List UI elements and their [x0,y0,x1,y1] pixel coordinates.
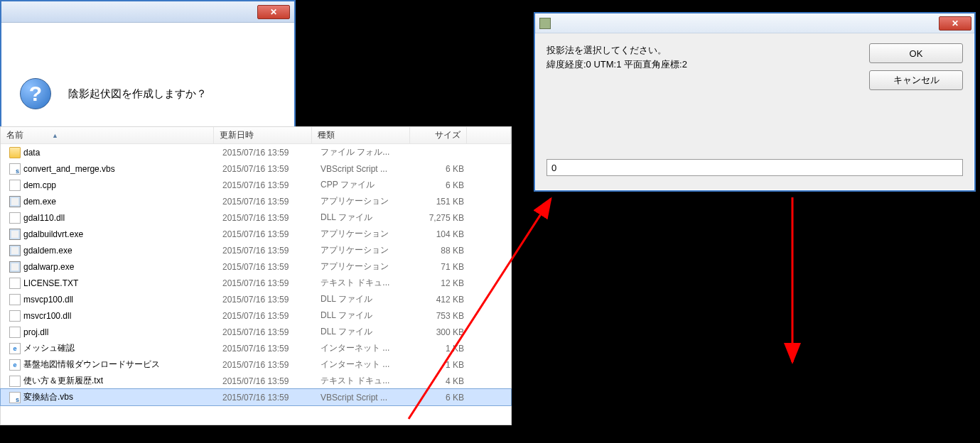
file-type-cell: DLL ファイル [315,212,413,224]
column-header-name[interactable]: 名前 ▲ [1,127,214,143]
file-size-cell: 88 KB [413,246,470,256]
file-name-label: メッシュ確認 [23,342,75,354]
file-name-label: gdalwarp.exe [23,262,74,272]
file-type-cell: インターネット ... [315,342,413,354]
file-row[interactable]: msvcr100.dll2015/07/16 13:59DLL ファイル753 … [1,307,511,324]
file-type-cell: DLL ファイル [315,293,413,305]
file-name-cell: gdaldem.exe [4,245,217,256]
file-date-cell: 2015/07/16 13:59 [217,262,315,272]
file-size-cell: 71 KB [413,262,470,272]
file-size-cell: 1 KB [413,344,470,354]
file-date-cell: 2015/07/16 13:59 [217,344,315,354]
file-row[interactable]: LICENSE.TXT2015/07/16 13:59テキスト ドキュ...12… [1,275,511,291]
vbs-icon [9,392,21,403]
file-row[interactable]: gdalwarp.exe2015/07/16 13:59アプリケーション71 K… [1,258,511,275]
file-name-label: 使い方＆更新履歴.txt [23,375,103,387]
file-row[interactable]: 使い方＆更新履歴.txt2015/07/16 13:59テキスト ドキュ...4… [1,373,511,389]
file-type-cell: アプリケーション [315,228,413,240]
file-type-cell: DLL ファイル [315,326,413,338]
file-name-cell: msvcr100.dll [4,310,217,322]
file-name-label: convert_and_merge.vbs [23,164,115,174]
file-name-label: data [23,148,40,158]
file-type-cell: テキスト ドキュ... [315,375,413,387]
exe-icon [9,261,21,273]
file-name-cell: 基盤地図情報ダウンロードサービス [4,359,217,371]
exe-icon [9,196,21,207]
file-size-cell: 7,275 KB [413,213,470,223]
question-icon: ? [20,78,51,109]
file-name-cell: msvcp100.dll [4,294,217,305]
dialog1-titlebar[interactable]: ✕ [535,13,974,33]
file-row[interactable]: dem.cpp2015/07/16 13:59CPP ファイル6 KB [1,177,511,193]
file-date-cell: 2015/07/16 13:59 [217,246,315,256]
folder-icon [9,147,21,158]
file-name-label: 基盤地図情報ダウンロードサービス [23,359,160,371]
sort-indicator-icon: ▲ [52,132,58,139]
file-size-cell: 753 KB [413,311,470,321]
file-row[interactable]: dem.exe2015/07/16 13:59アプリケーション151 KB [1,193,511,209]
file-rows-container: data2015/07/16 13:59ファイル フォル...convert_a… [1,144,511,405]
ok-button[interactable]: OK [869,43,963,63]
dialog1-close-button[interactable]: ✕ [939,16,971,31]
vbs-icon [9,163,21,175]
file-name-label: LICENSE.TXT [23,278,78,288]
file-name-cell: data [4,147,217,158]
column-header-type[interactable]: 種類 [312,127,410,143]
file-list-panel: 名前 ▲ 更新日時 種類 サイズ data2015/07/16 13:59ファイ… [0,126,512,425]
file-date-cell: 2015/07/16 13:59 [217,148,315,158]
file-name-cell: dem.cpp [4,180,217,191]
file-name-cell: gdal110.dll [4,212,217,224]
file-row[interactable]: proj.dll2015/07/16 13:59DLL ファイル300 KB [1,324,511,340]
column-header-date-label: 更新日時 [220,129,254,141]
file-size-cell: 6 KB [413,164,470,174]
close-icon: ✕ [952,18,959,28]
file-row[interactable]: 基盤地図情報ダウンロードサービス2015/07/16 13:59インターネット … [1,356,511,373]
file-row[interactable]: convert_and_merge.vbs2015/07/16 13:59VBS… [1,160,511,177]
file-date-cell: 2015/07/16 13:59 [217,360,315,370]
file-name-label: proj.dll [23,327,48,337]
projection-input-dialog: ✕ 投影法を選択してください。 緯度経度:0 UTM:1 平面直角座標:2 OK… [534,12,976,192]
file-name-cell: convert_and_merge.vbs [4,163,217,175]
file-row[interactable]: gdaldem.exe2015/07/16 13:59アプリケーション88 KB [1,242,511,258]
column-header-date[interactable]: 更新日時 [214,127,312,143]
file-name-cell: LICENSE.TXT [4,278,217,289]
projection-input[interactable] [546,159,963,176]
file-name-cell: gdalwarp.exe [4,261,217,273]
dll-icon [9,212,21,224]
file-row[interactable]: msvcp100.dll2015/07/16 13:59DLL ファイル412 … [1,291,511,307]
html-icon [9,343,21,354]
file-row[interactable]: 変換結合.vbs2015/07/16 13:59VBScript Script … [1,389,511,405]
file-row[interactable]: メッシュ確認2015/07/16 13:59インターネット ...1 KB [1,340,511,356]
file-name-cell: dem.exe [4,196,217,207]
file-date-cell: 2015/07/16 13:59 [217,278,315,288]
file-name-cell: 変換結合.vbs [4,391,217,403]
dialog2-body: ? 陰影起伏図を作成しますか？ [1,23,294,143]
txt-icon [9,376,21,387]
dialog2-titlebar[interactable]: ✕ [1,1,294,23]
file-name-cell: 使い方＆更新履歴.txt [4,375,217,387]
exe-icon [9,229,21,240]
column-header-size[interactable]: サイズ [410,127,467,143]
html-icon [9,359,21,371]
cancel-button[interactable]: キャンセル [869,70,963,90]
file-row[interactable]: gdalbuildvrt.exe2015/07/16 13:59アプリケーション… [1,226,511,242]
dll-icon [9,294,21,305]
file-size-cell: 300 KB [413,327,470,337]
txt-icon [9,278,21,289]
dialog1-body: 投影法を選択してください。 緯度経度:0 UTM:1 平面直角座標:2 OK キ… [535,33,974,190]
file-size-cell: 6 KB [413,393,470,403]
file-type-cell: テキスト ドキュ... [315,277,413,289]
file-date-cell: 2015/07/16 13:59 [217,197,315,207]
dialog2-close-button[interactable]: ✕ [257,5,290,19]
file-row[interactable]: gdal110.dll2015/07/16 13:59DLL ファイル7,275… [1,209,511,226]
file-type-cell: アプリケーション [315,244,413,256]
file-row[interactable]: data2015/07/16 13:59ファイル フォル... [1,144,511,160]
file-type-cell: VBScript Script ... [315,393,413,403]
column-header-row: 名前 ▲ 更新日時 種類 サイズ [1,127,511,144]
dll-icon [9,310,21,322]
file-size-cell: 104 KB [413,229,470,239]
file-name-label: dem.exe [23,197,56,207]
column-header-padding [467,127,511,143]
file-size-cell: 4 KB [413,376,470,386]
file-name-label: 変換結合.vbs [23,391,73,403]
